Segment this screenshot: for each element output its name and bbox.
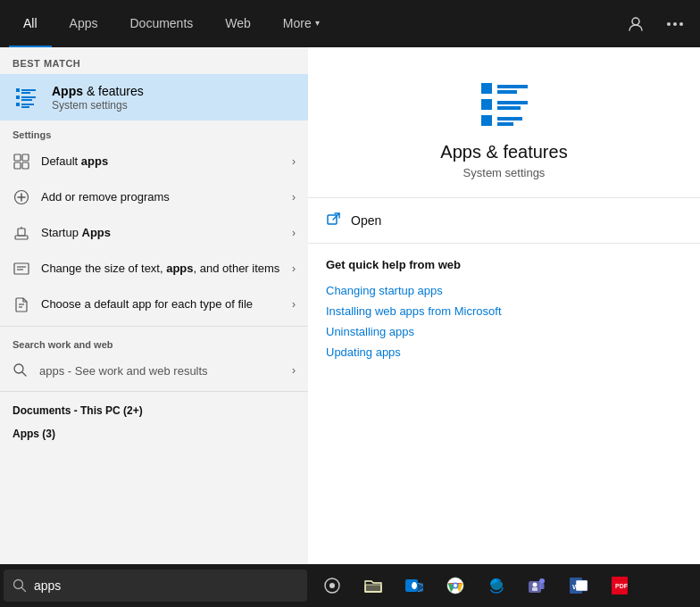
- tab-apps[interactable]: Apps: [55, 0, 112, 47]
- search-web-label: Search work and web: [0, 330, 308, 353]
- chrome-icon[interactable]: [436, 564, 475, 607]
- svg-rect-5: [21, 89, 36, 91]
- right-panel: Apps & features System settings Open Get…: [308, 47, 700, 564]
- svg-point-54: [533, 583, 538, 587]
- documents-label: Documents - This PC (2+): [0, 395, 308, 422]
- ellipsis-icon-button[interactable]: [659, 8, 691, 40]
- outlook-icon[interactable]: [395, 564, 434, 607]
- settings-item-default-file[interactable]: Choose a default app for each type of fi…: [0, 287, 308, 322]
- apps-count-label: Apps (3): [0, 422, 308, 449]
- word-icon[interactable]: W: [559, 564, 598, 607]
- svg-rect-10: [16, 103, 20, 106]
- add-remove-icon: [12, 188, 30, 206]
- svg-rect-21: [18, 229, 25, 236]
- svg-rect-7: [16, 96, 20, 99]
- svg-rect-34: [497, 101, 528, 104]
- svg-point-52: [454, 584, 457, 587]
- best-match-subtitle: System settings: [52, 99, 144, 112]
- svg-point-1: [667, 22, 671, 26]
- divider-1: [0, 326, 308, 327]
- svg-rect-45: [365, 585, 381, 592]
- svg-rect-55: [532, 587, 538, 591]
- svg-rect-37: [497, 117, 522, 121]
- svg-rect-30: [481, 83, 492, 94]
- startup-apps-icon: [12, 224, 30, 242]
- quick-help-link-2[interactable]: Uninstalling apps: [326, 321, 682, 342]
- adobe-icon[interactable]: PDF: [600, 564, 639, 607]
- svg-rect-16: [22, 162, 29, 169]
- chevron-right-icon-2: ›: [292, 191, 296, 204]
- svg-point-56: [539, 578, 545, 584]
- chevron-right-icon-3: ›: [292, 227, 296, 239]
- svg-rect-23: [14, 263, 29, 274]
- svg-point-3: [679, 22, 683, 26]
- task-view-icon[interactable]: [312, 564, 352, 607]
- settings-item-change-size[interactable]: Change the size of text, apps, and other…: [0, 251, 308, 287]
- app-title: Apps & features: [440, 142, 567, 162]
- tab-all[interactable]: All: [9, 0, 52, 47]
- quick-help-section: Get quick help from web Changing startup…: [308, 244, 700, 377]
- nav-right-icons: [620, 8, 691, 40]
- web-search-text: apps - See work and web results: [39, 364, 281, 378]
- default-file-icon: [12, 295, 30, 313]
- teams-icon[interactable]: [518, 564, 557, 607]
- quick-help-title: Get quick help from web: [326, 258, 682, 271]
- taskbar-search[interactable]: [4, 570, 307, 602]
- best-match-title: Apps & features: [52, 84, 144, 98]
- svg-rect-32: [497, 90, 517, 94]
- svg-rect-38: [497, 122, 513, 126]
- best-match-text: Apps & features System settings: [52, 84, 144, 112]
- chevron-right-icon-5: ›: [292, 298, 296, 311]
- web-search-item[interactable]: apps - See work and web results ›: [0, 353, 308, 387]
- taskbar-search-input[interactable]: [34, 578, 298, 593]
- svg-rect-14: [22, 154, 29, 161]
- app-subtitle: System settings: [463, 166, 546, 179]
- file-explorer-icon[interactable]: [354, 564, 393, 607]
- svg-rect-12: [21, 106, 29, 108]
- edge-icon[interactable]: [477, 564, 516, 607]
- quick-help-link-1[interactable]: Installing web apps from Microsoft: [326, 301, 682, 321]
- open-label: Open: [351, 213, 381, 228]
- change-size-text: Change the size of text, apps, and other…: [41, 262, 281, 277]
- tab-documents[interactable]: Documents: [115, 0, 207, 47]
- settings-label: Settings: [0, 121, 308, 144]
- svg-rect-4: [16, 88, 20, 92]
- quick-help-link-0[interactable]: Changing startup apps: [326, 280, 682, 301]
- left-panel: Best match Apps & features: [0, 47, 308, 564]
- open-button-row[interactable]: Open: [308, 198, 700, 244]
- ellipsis-icon: [667, 22, 683, 26]
- taskbar-search-icon: [12, 578, 27, 593]
- tab-web[interactable]: Web: [211, 0, 265, 47]
- apps-features-icon: [12, 83, 41, 112]
- add-remove-text: Add or remove programs: [41, 190, 281, 205]
- default-apps-text: Default apps: [41, 154, 281, 170]
- chevron-right-icon: ›: [292, 155, 296, 168]
- apps-features-large-icon: [476, 74, 533, 131]
- startup-apps-text: Startup Apps: [41, 226, 281, 241]
- settings-item-startup-apps[interactable]: Startup Apps ›: [0, 215, 308, 251]
- svg-rect-20: [15, 236, 28, 239]
- svg-line-29: [22, 372, 26, 376]
- svg-point-28: [14, 364, 23, 373]
- svg-rect-36: [481, 115, 492, 126]
- tab-more[interactable]: More ▾: [269, 0, 334, 47]
- settings-item-default-apps[interactable]: Default apps ›: [0, 144, 308, 179]
- svg-rect-35: [497, 106, 521, 110]
- svg-rect-9: [21, 99, 32, 101]
- quick-help-link-3[interactable]: Updating apps: [326, 342, 682, 362]
- svg-point-0: [632, 18, 639, 25]
- svg-point-41: [14, 580, 23, 589]
- svg-rect-15: [14, 162, 21, 169]
- best-match-label: Best match: [0, 47, 308, 74]
- svg-rect-11: [21, 104, 34, 105]
- chevron-right-icon-4: ›: [292, 262, 296, 275]
- search-web-icon: [12, 362, 29, 378]
- svg-rect-8: [21, 96, 36, 98]
- svg-rect-31: [497, 85, 528, 88]
- person-icon-button[interactable]: [620, 8, 652, 40]
- svg-point-44: [329, 583, 335, 588]
- best-match-item[interactable]: Apps & features System settings: [0, 74, 308, 121]
- taskbar-icons: W PDF: [312, 564, 639, 607]
- default-apps-icon: [12, 153, 30, 170]
- settings-item-add-remove[interactable]: Add or remove programs ›: [0, 179, 308, 215]
